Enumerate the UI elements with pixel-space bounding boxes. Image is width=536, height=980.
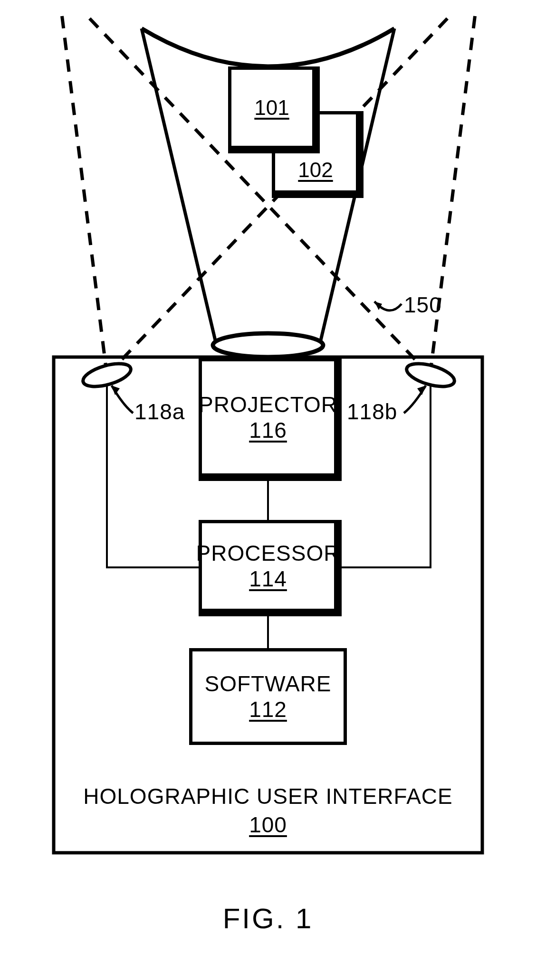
projected-object-101: 101 <box>228 66 316 149</box>
diagram-canvas: PROJECTOR 116 PROCESSOR 114 SOFTWARE 112… <box>0 0 536 980</box>
projector-label: PROJECTOR <box>199 392 337 417</box>
object-101-num: 101 <box>254 96 289 120</box>
projector-block: PROJECTOR 116 <box>199 358 337 477</box>
projection-region-num: 150 <box>404 292 442 318</box>
software-block: SOFTWARE 112 <box>189 648 347 745</box>
svg-point-1 <box>213 333 323 357</box>
software-label: SOFTWARE <box>205 671 332 697</box>
svg-line-3 <box>62 14 107 375</box>
system-num: 100 <box>0 812 536 838</box>
svg-marker-10 <box>374 302 382 310</box>
sensor-right-num: 118b <box>347 399 397 424</box>
processor-block: PROCESSOR 114 <box>199 520 337 612</box>
svg-line-5 <box>430 14 475 375</box>
object-102-num: 102 <box>298 158 333 182</box>
processor-num: 114 <box>249 566 287 592</box>
system-label: HOLOGRAPHIC USER INTERFACE <box>0 783 536 809</box>
projector-num: 116 <box>249 417 287 443</box>
figure-caption: FIG. 1 <box>0 902 536 935</box>
sensor-left-num: 118a <box>134 399 185 424</box>
processor-label: PROCESSOR <box>196 540 340 566</box>
software-num: 112 <box>249 697 287 722</box>
